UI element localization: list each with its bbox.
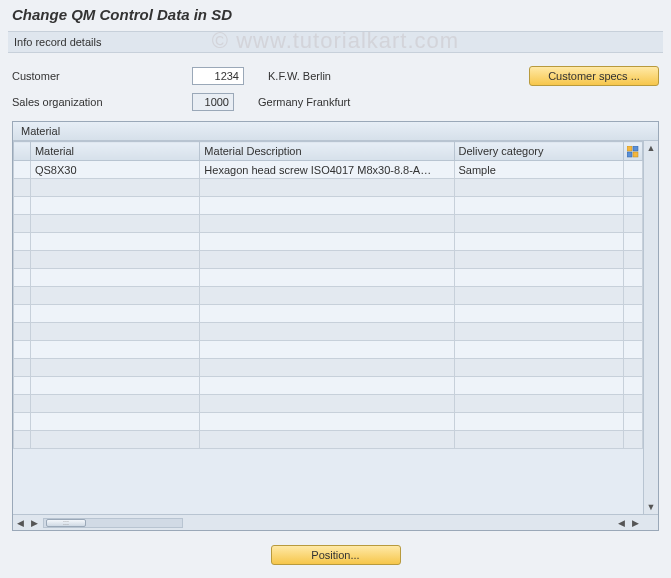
hscroll-thumb[interactable]: ::: <box>46 519 86 527</box>
row-selector[interactable] <box>14 413 31 431</box>
cell-material-desc[interactable] <box>200 251 454 269</box>
cell-delivery-cat[interactable] <box>454 287 623 305</box>
table-row[interactable] <box>14 323 643 341</box>
cell-delivery-cat[interactable] <box>454 251 623 269</box>
customer-specs-button[interactable]: Customer specs ... <box>529 66 659 86</box>
col-delivery-cat[interactable]: Delivery category <box>454 142 623 161</box>
row-selector[interactable] <box>14 359 31 377</box>
cell-material-desc[interactable] <box>200 215 454 233</box>
row-selector[interactable] <box>14 341 31 359</box>
row-selector[interactable] <box>14 215 31 233</box>
cell-delivery-cat[interactable] <box>454 179 623 197</box>
cell-material[interactable] <box>30 323 199 341</box>
cell-material[interactable]: QS8X30 <box>30 161 199 179</box>
cell-material[interactable] <box>30 197 199 215</box>
cell-delivery-cat[interactable] <box>454 323 623 341</box>
vertical-scrollbar[interactable]: ▲ ▼ <box>643 141 658 514</box>
table-row[interactable] <box>14 179 643 197</box>
table-row[interactable]: QS8X30Hexagon head screw ISO4017 M8x30-8… <box>14 161 643 179</box>
cell-material-desc[interactable] <box>200 287 454 305</box>
row-selector[interactable] <box>14 161 31 179</box>
table-row[interactable] <box>14 359 643 377</box>
cell-delivery-cat[interactable] <box>454 233 623 251</box>
cell-delivery-cat[interactable] <box>454 305 623 323</box>
table-row[interactable] <box>14 233 643 251</box>
table-row[interactable] <box>14 215 643 233</box>
cell-delivery-cat[interactable] <box>454 197 623 215</box>
cell-material[interactable] <box>30 269 199 287</box>
table-row[interactable] <box>14 395 643 413</box>
cell-material[interactable] <box>30 395 199 413</box>
row-selector[interactable] <box>14 395 31 413</box>
cell-material-desc[interactable] <box>200 341 454 359</box>
cell-delivery-cat[interactable] <box>454 431 623 449</box>
customer-input[interactable]: 1234 <box>192 67 244 85</box>
cell-material-desc[interactable] <box>200 377 454 395</box>
row-selector[interactable] <box>14 251 31 269</box>
col-material[interactable]: Material <box>30 142 199 161</box>
cell-delivery-cat[interactable]: Sample <box>454 161 623 179</box>
table-row[interactable] <box>14 377 643 395</box>
cell-material[interactable] <box>30 377 199 395</box>
cell-material-desc[interactable] <box>200 179 454 197</box>
cell-material[interactable] <box>30 431 199 449</box>
cell-material-desc[interactable] <box>200 305 454 323</box>
hscroll-track[interactable]: ::: <box>43 518 183 528</box>
cell-material-desc[interactable] <box>200 233 454 251</box>
cell-material-desc[interactable] <box>200 395 454 413</box>
cell-filler <box>623 215 642 233</box>
row-selector[interactable] <box>14 323 31 341</box>
cell-material-desc[interactable] <box>200 323 454 341</box>
cell-material-desc[interactable]: Hexagon head screw ISO4017 M8x30-8.8-A… <box>200 161 454 179</box>
table-row[interactable] <box>14 413 643 431</box>
row-selector[interactable] <box>14 377 31 395</box>
col-material-desc[interactable]: Material Description <box>200 142 454 161</box>
table-row[interactable] <box>14 251 643 269</box>
cell-material[interactable] <box>30 305 199 323</box>
cell-delivery-cat[interactable] <box>454 395 623 413</box>
cell-material[interactable] <box>30 233 199 251</box>
material-table[interactable]: Material Material Description Delivery c… <box>13 141 643 449</box>
cell-material-desc[interactable] <box>200 359 454 377</box>
row-selector[interactable] <box>14 269 31 287</box>
scroll-right-end-icon[interactable]: ▶ <box>628 516 642 530</box>
cell-delivery-cat[interactable] <box>454 359 623 377</box>
scroll-right-step-icon[interactable]: ▶ <box>27 516 41 530</box>
cell-delivery-cat[interactable] <box>454 377 623 395</box>
cell-material-desc[interactable] <box>200 431 454 449</box>
cell-delivery-cat[interactable] <box>454 215 623 233</box>
scroll-left-start-icon[interactable]: ◀ <box>13 516 27 530</box>
table-row[interactable] <box>14 269 643 287</box>
scroll-down-icon[interactable]: ▼ <box>644 500 658 514</box>
cell-material-desc[interactable] <box>200 197 454 215</box>
cell-material-desc[interactable] <box>200 413 454 431</box>
sales-org-input[interactable]: 1000 <box>192 93 234 111</box>
cell-material[interactable] <box>30 359 199 377</box>
cell-material[interactable] <box>30 179 199 197</box>
table-row[interactable] <box>14 197 643 215</box>
position-button[interactable]: Position... <box>271 545 401 565</box>
table-row[interactable] <box>14 431 643 449</box>
cell-material[interactable] <box>30 341 199 359</box>
table-row[interactable] <box>14 287 643 305</box>
cell-delivery-cat[interactable] <box>454 341 623 359</box>
cell-material[interactable] <box>30 287 199 305</box>
row-selector[interactable] <box>14 179 31 197</box>
cell-material[interactable] <box>30 251 199 269</box>
cell-material-desc[interactable] <box>200 269 454 287</box>
row-selector[interactable] <box>14 197 31 215</box>
cell-delivery-cat[interactable] <box>454 269 623 287</box>
scroll-left-step-icon[interactable]: ◀ <box>614 516 628 530</box>
row-selector[interactable] <box>14 431 31 449</box>
cell-material[interactable] <box>30 215 199 233</box>
row-selector[interactable] <box>14 305 31 323</box>
scroll-up-icon[interactable]: ▲ <box>644 141 658 155</box>
row-selector[interactable] <box>14 233 31 251</box>
table-config-button[interactable] <box>623 142 642 161</box>
table-row[interactable] <box>14 305 643 323</box>
table-row[interactable] <box>14 341 643 359</box>
row-selector[interactable] <box>14 287 31 305</box>
horizontal-scrollbar[interactable]: ◀ ▶ ::: ◀ ▶ <box>13 514 658 530</box>
cell-material[interactable] <box>30 413 199 431</box>
cell-delivery-cat[interactable] <box>454 413 623 431</box>
